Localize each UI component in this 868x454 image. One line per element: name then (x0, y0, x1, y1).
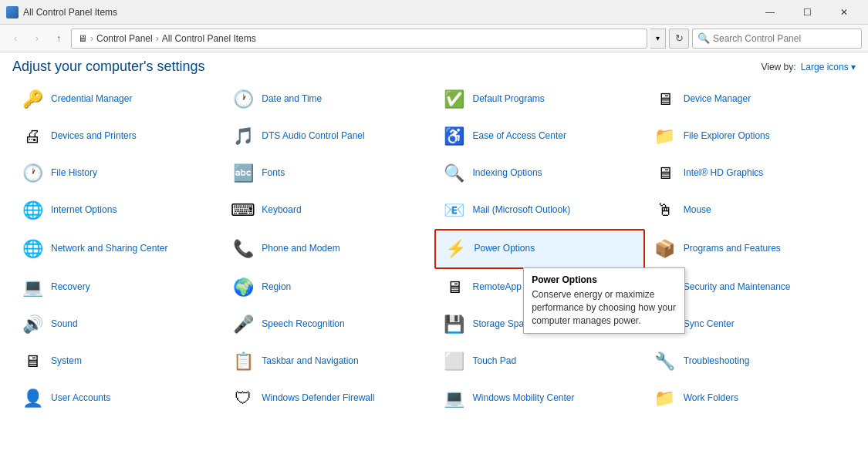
grid-item-speech-recognition[interactable]: 🎤Speech Recognition (223, 306, 434, 343)
grid-item-power-options[interactable]: ⚡Power OptionsPower OptionsConserve ener… (434, 229, 645, 269)
search-box[interactable]: 🔍 (692, 29, 862, 49)
troubleshooting-label: Troubleshooting (684, 355, 750, 368)
grid-item-default-programs[interactable]: ✅Default Programs (434, 81, 645, 118)
grid-item-network-sharing[interactable]: 🌐Network and Sharing Center (12, 229, 223, 269)
recovery-label: Recovery (51, 281, 90, 294)
search-input[interactable] (713, 33, 856, 44)
phone-modem-icon: 📞 (231, 237, 255, 261)
view-by-label: View by: (761, 62, 795, 72)
page-title: Adjust your computer's settings (12, 59, 205, 75)
view-by-control: View by: Large icons ▾ (761, 62, 856, 72)
mouse-label: Mouse (684, 204, 711, 217)
system-label: System (51, 355, 82, 368)
devices-printers-icon: 🖨 (20, 124, 45, 149)
grid-item-internet-options[interactable]: 🌐Internet Options (12, 192, 223, 229)
up-button[interactable]: ↑ (49, 29, 68, 48)
mail-outlook-icon: 📧 (442, 198, 467, 223)
title-bar: All Control Panel Items — ☐ ✕ (0, 0, 868, 25)
credential-manager-icon: 🔑 (20, 87, 45, 112)
grid-item-indexing-options[interactable]: 🔍Indexing Options (434, 155, 645, 192)
breadcrumb-home: 🖥 (78, 33, 87, 44)
windows-mobility-label: Windows Mobility Center (473, 392, 575, 405)
minimize-button[interactable]: — (752, 0, 788, 25)
view-mode-selector[interactable]: Large icons ▾ (801, 62, 856, 72)
work-folders-label: Work Folders (684, 392, 738, 405)
main-area: Adjust your computer's settings View by:… (0, 52, 868, 454)
grid-item-taskbar-navigation[interactable]: 📋Taskbar and Navigation (223, 343, 434, 380)
grid-item-troubleshooting[interactable]: 🔧Troubleshooting (645, 343, 856, 380)
grid-item-sound[interactable]: 🔊Sound (12, 306, 223, 343)
file-history-label: File History (51, 167, 97, 180)
date-time-icon: 🕐 (231, 87, 255, 112)
taskbar-navigation-icon: 📋 (231, 349, 255, 374)
power-options-label: Power Options (475, 243, 535, 255)
grid-item-fonts[interactable]: 🔤Fonts (223, 155, 434, 192)
date-time-label: Date and Time (262, 93, 322, 106)
intel-hd-graphics-icon: 🖥 (653, 161, 677, 186)
close-button[interactable]: ✕ (826, 0, 862, 25)
grid-item-mouse[interactable]: 🖱Mouse (645, 192, 856, 229)
back-button[interactable]: ‹ (6, 29, 25, 48)
grid-item-dts-audio[interactable]: 🎵DTS Audio Control Panel (223, 118, 434, 155)
title-bar-controls: — ☐ ✕ (752, 0, 862, 25)
touch-pad-icon: ⬜ (442, 349, 467, 374)
default-programs-icon: ✅ (442, 87, 467, 112)
grid-item-user-accounts[interactable]: 👤User Accounts (12, 380, 223, 417)
sync-center-label: Sync Center (684, 318, 735, 331)
grid-item-region[interactable]: 🌍Region (223, 269, 434, 306)
taskbar-navigation-label: Taskbar and Navigation (262, 355, 358, 368)
grid-item-intel-hd-graphics[interactable]: 🖥Intel® HD Graphics (645, 155, 856, 192)
forward-button[interactable]: › (28, 29, 46, 48)
speech-recognition-icon: 🎤 (231, 312, 255, 337)
storage-spaces-icon: 💾 (442, 312, 467, 337)
user-accounts-label: User Accounts (51, 392, 110, 405)
grid-item-file-history[interactable]: 🕐File History (12, 155, 223, 192)
content-wrapper: 🔑Credential Manager🕐Date and Time✅Defaul… (0, 78, 868, 454)
search-icon: 🔍 (697, 32, 710, 44)
grid-item-windows-defender-firewall[interactable]: 🛡Windows Defender Firewall (223, 380, 434, 417)
grid-item-ease-of-access[interactable]: ♿Ease of Access Center (434, 118, 645, 155)
keyboard-label: Keyboard (262, 204, 301, 217)
grid-item-windows-mobility[interactable]: 💻Windows Mobility Center (434, 380, 645, 417)
ease-of-access-label: Ease of Access Center (473, 130, 566, 143)
refresh-button[interactable]: ↻ (669, 29, 689, 49)
windows-mobility-icon: 💻 (442, 386, 467, 411)
grid-item-programs-features[interactable]: 📦Programs and Features (645, 229, 856, 269)
grid-item-file-explorer-options[interactable]: 📁File Explorer Options (645, 118, 856, 155)
grid-item-keyboard[interactable]: ⌨Keyboard (223, 192, 434, 229)
address-dropdown[interactable]: ▾ (650, 29, 666, 49)
grid-item-mail-outlook[interactable]: 📧Mail (Microsoft Outlook) (434, 192, 645, 229)
internet-options-label: Internet Options (51, 204, 117, 217)
grid-item-recovery[interactable]: 💻Recovery (12, 269, 223, 306)
indexing-options-icon: 🔍 (442, 161, 467, 186)
network-sharing-label: Network and Sharing Center (51, 243, 167, 255)
grid-item-phone-modem[interactable]: 📞Phone and Modem (223, 229, 434, 269)
device-manager-icon: 🖥 (653, 87, 677, 112)
content-scroll[interactable]: 🔑Credential Manager🕐Date and Time✅Defaul… (0, 78, 868, 454)
network-sharing-icon: 🌐 (20, 237, 45, 261)
internet-options-icon: 🌐 (20, 198, 45, 223)
mouse-icon: 🖱 (653, 198, 677, 223)
programs-features-label: Programs and Features (684, 243, 781, 255)
grid-item-touch-pad[interactable]: ⬜Touch Pad (434, 343, 645, 380)
address-path[interactable]: 🖥 › Control Panel › All Control Panel It… (71, 29, 647, 49)
grid-item-date-time[interactable]: 🕐Date and Time (223, 81, 434, 118)
grid-item-system[interactable]: 🖥System (12, 343, 223, 380)
file-explorer-options-icon: 📁 (653, 124, 677, 149)
user-accounts-icon: 👤 (20, 386, 45, 411)
region-label: Region (262, 281, 291, 294)
sound-label: Sound (51, 318, 78, 331)
grid-item-credential-manager[interactable]: 🔑Credential Manager (12, 81, 223, 118)
keyboard-icon: ⌨ (231, 198, 255, 223)
speech-recognition-label: Speech Recognition (262, 318, 344, 331)
grid-item-device-manager[interactable]: 🖥Device Manager (645, 81, 856, 118)
indexing-options-label: Indexing Options (473, 167, 542, 180)
items-grid: 🔑Credential Manager🕐Date and Time✅Defaul… (0, 81, 868, 417)
grid-item-devices-printers[interactable]: 🖨Devices and Printers (12, 118, 223, 155)
tooltip-description: Conserve energy or maximize performance … (532, 288, 677, 327)
breadcrumb-all-items: All Control Panel Items (162, 33, 256, 44)
phone-modem-label: Phone and Modem (262, 243, 339, 255)
device-manager-label: Device Manager (684, 93, 751, 106)
maximize-button[interactable]: ☐ (789, 0, 825, 25)
grid-item-work-folders[interactable]: 📁Work Folders (645, 380, 856, 417)
